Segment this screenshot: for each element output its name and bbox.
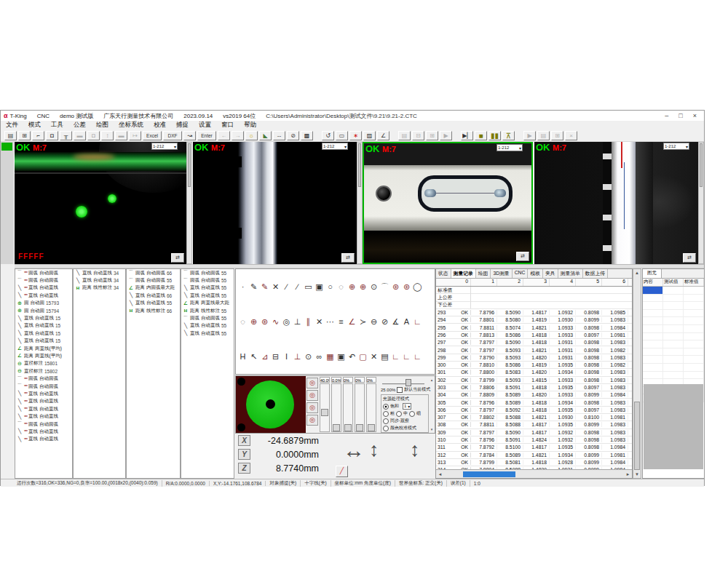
- camera-scrollbar-1[interactable]: [186, 142, 192, 264]
- jog-z-icon[interactable]: ↕: [410, 439, 420, 461]
- arrow-left-button[interactable]: ←: [218, 131, 230, 140]
- close-button[interactable]: ×: [693, 112, 697, 119]
- tab-数据上传[interactable]: 数据上传: [583, 269, 608, 278]
- list-item[interactable]: ╲直线自动直线15: [15, 322, 72, 330]
- circle-dash-icon[interactable]: ◌: [336, 281, 347, 292]
- circle-scan-2-icon[interactable]: ⊕: [357, 281, 368, 292]
- camera-selector[interactable]: 1-212 ▾: [496, 144, 523, 151]
- table-hscrollbar[interactable]: ◂ ▸: [436, 469, 632, 478]
- ring-segment-button-1[interactable]: ◎: [306, 378, 318, 388]
- table-row[interactable]: 308OK7.88118.50881.48171.09350.80991.098…: [436, 421, 632, 428]
- list-item[interactable]: ╲直线自动直线55: [181, 284, 234, 292]
- intersect-icon[interactable]: ✕: [270, 281, 281, 292]
- run-button[interactable]: ▶: [440, 131, 452, 140]
- table-row[interactable]: 293OK7.87968.50901.48171.09320.80981.098…: [436, 309, 632, 316]
- dist-i-icon[interactable]: I: [281, 351, 292, 362]
- jog-xy-horizontal-icon[interactable]: ↔: [343, 438, 365, 463]
- camera-selector[interactable]: 1-212 ▾: [663, 143, 689, 150]
- table-row[interactable]: 302OK7.87998.50931.48151.09330.80981.098…: [436, 377, 632, 384]
- radio-中[interactable]: [396, 411, 402, 417]
- list-item[interactable]: ╲***直线自动直线: [15, 428, 72, 435]
- list-item[interactable]: ∠距离两直线(平均): [15, 352, 72, 359]
- arc-icon[interactable]: ⌒: [379, 281, 390, 292]
- table-row[interactable]: 304OK7.88098.50891.48201.09330.80991.098…: [436, 391, 632, 399]
- list-item[interactable]: ∠距离内圆弧最大距: [127, 284, 180, 292]
- hscroll-thumb[interactable]: [463, 471, 515, 477]
- property-row[interactable]: [643, 295, 704, 303]
- scroll-left-icon[interactable]: ◂: [436, 471, 444, 477]
- list-item[interactable]: ⌒***圆弧自动圆弧: [15, 420, 72, 428]
- tab-测量清单[interactable]: 测量清单: [558, 269, 583, 278]
- list-item[interactable]: ╲直线自动直线15: [15, 330, 72, 337]
- dist-mid-icon[interactable]: ⊟: [270, 351, 281, 362]
- property-row[interactable]: [643, 348, 704, 356]
- property-row[interactable]: [643, 364, 704, 372]
- table-row[interactable]: 306OK7.87978.50921.48181.09350.80971.098…: [436, 407, 632, 414]
- table-row[interactable]: 296OK7.88138.50861.48181.09330.80971.098…: [436, 332, 632, 339]
- pin-icon[interactable]: ⊙: [303, 351, 314, 362]
- table-row[interactable]: 上公差: [436, 294, 632, 301]
- radio-同步-观察[interactable]: [383, 418, 389, 424]
- tab-夹具[interactable]: 夹具: [543, 269, 558, 278]
- line-2-icon[interactable]: ∕: [292, 281, 303, 292]
- list-item[interactable]: ╲***直线自动直线: [15, 436, 72, 443]
- ruler-button[interactable]: ⌐: [32, 131, 44, 140]
- ellipse-icon[interactable]: ◯: [412, 281, 423, 292]
- scan-b-icon[interactable]: ⊛: [259, 316, 270, 327]
- slider-thumb[interactable]: [405, 379, 411, 386]
- open-3-button[interactable]: ⊞: [551, 131, 563, 140]
- list-item[interactable]: ╲直线自动直线55: [181, 330, 234, 337]
- table-row[interactable]: 下公差: [436, 302, 632, 309]
- tool-button[interactable]: ⊼: [502, 131, 515, 140]
- table-row[interactable]: 295OK7.88118.50741.48211.09330.80981.098…: [436, 324, 632, 331]
- undo-icon[interactable]: ↶: [347, 351, 357, 362]
- circle-icon[interactable]: ○: [325, 281, 336, 292]
- print-button[interactable]: ⊟: [412, 131, 424, 140]
- menu-item[interactable]: 帮助: [239, 121, 261, 129]
- select-box-icon[interactable]: ▢: [357, 351, 368, 362]
- points-icon[interactable]: ⋯: [325, 316, 336, 327]
- tab-绘图[interactable]: 绘图: [476, 269, 491, 278]
- circle-slash-icon[interactable]: ⊘: [379, 316, 390, 327]
- table-row[interactable]: 298OK7.87978.50931.48211.09310.80981.098…: [436, 346, 632, 354]
- slider-track[interactable]: [320, 383, 330, 432]
- vertex-icon[interactable]: ≻: [357, 316, 368, 327]
- list-item[interactable]: ╲***直线自动直线: [15, 412, 72, 420]
- list-item[interactable]: H距离线性标注34: [74, 284, 125, 292]
- list-item[interactable]: ╲***直线自动直线: [15, 390, 72, 397]
- pan-icon[interactable]: ⇄: [516, 252, 529, 261]
- circle-center-icon[interactable]: ⊙: [368, 281, 379, 292]
- list-item[interactable]: ⊕圆自动圆15793: [15, 300, 72, 307]
- slider-track[interactable]: [355, 383, 365, 432]
- list-item[interactable]: ∠距离两直线最大距: [181, 300, 234, 307]
- property-row[interactable]: [643, 333, 704, 341]
- table-row[interactable]: 307OK7.88028.50881.48211.09300.81001.098…: [436, 414, 632, 421]
- coord-z-icon[interactable]: ∟: [412, 351, 423, 362]
- menu-item[interactable]: 公差: [68, 121, 91, 129]
- pick-2-icon[interactable]: ✎: [259, 281, 270, 292]
- dither-button[interactable]: ▨: [363, 131, 376, 140]
- table-row[interactable]: 标准值: [436, 287, 632, 294]
- scroll-down-icon[interactable]: ▼: [633, 471, 641, 478]
- dist-vert-icon[interactable]: ⊥: [292, 351, 303, 362]
- camera-view-1[interactable]: OK M:7 1-212 ▾ FFFFF ⇄: [15, 142, 186, 264]
- slider-track[interactable]: [331, 383, 341, 432]
- radio-颜色校准模式[interactable]: [383, 426, 389, 431]
- list-item[interactable]: ╲直线自动直线34: [74, 269, 125, 276]
- list-item[interactable]: ╲***直线自动直线: [15, 405, 72, 412]
- slider-thumb[interactable]: [356, 424, 363, 431]
- save-3-button[interactable]: ▤: [537, 131, 550, 140]
- curve-button[interactable]: ↝: [183, 131, 196, 140]
- dxf-export-button[interactable]: DXF: [163, 131, 182, 140]
- list-item[interactable]: ⊖直径标注15801: [15, 360, 72, 367]
- light-button[interactable]: ☼: [245, 131, 258, 140]
- list-item[interactable]: ∠距离两直线(平均): [15, 345, 72, 352]
- coord-y-icon[interactable]: ∟: [401, 351, 412, 362]
- dist-corner-icon[interactable]: ⊿: [259, 351, 270, 362]
- minimize-button[interactable]: –: [665, 112, 668, 119]
- ring-light-preview[interactable]: [236, 376, 306, 433]
- menu-item[interactable]: 文件: [1, 121, 23, 129]
- copy-icon[interactable]: ▣: [336, 351, 347, 362]
- coord-x-icon[interactable]: ∟: [390, 351, 401, 362]
- property-row[interactable]: [643, 356, 704, 364]
